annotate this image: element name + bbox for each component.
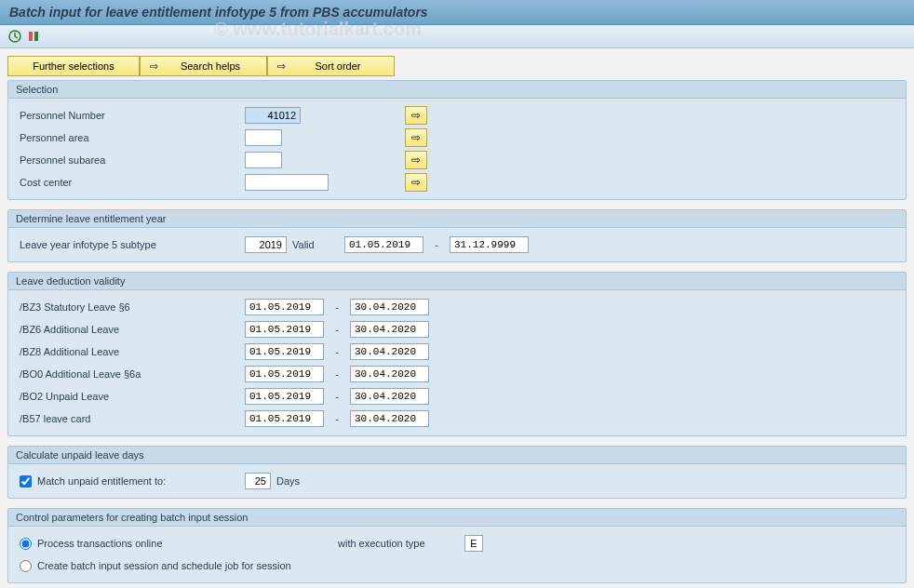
leave-deduction-row: /BZ6 Additional Leave-	[16, 318, 898, 341]
deduction-from-input[interactable]	[245, 410, 324, 427]
personnel-subarea-input[interactable]	[245, 152, 282, 168]
field-label: /BZ8 Additional Leave	[16, 346, 239, 357]
multiple-selection-button[interactable]: ⇨	[405, 151, 427, 169]
app-toolbar	[0, 25, 914, 48]
form-row-create-batch: Create batch input session and schedule …	[16, 555, 898, 577]
process-online-radio[interactable]	[20, 538, 32, 550]
arrow-right-icon: ⇨	[411, 131, 421, 144]
exec-type-label: with execution type	[338, 538, 459, 549]
further-selections-button[interactable]: Further selections	[7, 56, 140, 76]
days-label: Days	[276, 475, 300, 487]
form-row-personnel-area: Personnel area ⇨	[16, 127, 898, 149]
search-helps-button[interactable]: ⇨ Search helps	[140, 56, 267, 76]
deduction-to-input[interactable]	[350, 299, 429, 315]
valid-label: Valid	[292, 239, 339, 250]
leave-deduction-row: /BO2 Unpaid Leave-	[16, 385, 898, 408]
dash: -	[329, 324, 344, 335]
deduction-from-input[interactable]	[245, 343, 324, 360]
days-input[interactable]	[245, 473, 271, 489]
exec-type-input[interactable]	[464, 535, 483, 552]
panel-header: Control parameters for creating batch in…	[8, 509, 906, 527]
variant-icon[interactable]	[26, 29, 41, 44]
control-params-panel: Control parameters for creating batch in…	[7, 508, 907, 583]
form-row-cost-center: Cost center ⇨	[16, 171, 898, 194]
panel-header: Leave deduction validity	[8, 273, 906, 290]
field-label: Cost center	[16, 177, 239, 188]
arrow-right-icon: ⇨	[411, 109, 421, 122]
panel-header: Calculate unpaid leave days	[8, 447, 906, 464]
arrow-right-icon: ⇨	[411, 176, 421, 189]
field-label: Personnel subarea	[16, 154, 239, 166]
leave-year-input[interactable]	[245, 236, 287, 253]
multiple-selection-button[interactable]: ⇨	[405, 106, 427, 125]
radio-label: Process transactions online	[37, 538, 163, 549]
deduction-from-input[interactable]	[245, 299, 324, 315]
arrow-right-icon: ⇨	[277, 60, 286, 73]
field-label: /BZ3 Statutory Leave §6	[16, 301, 239, 313]
personnel-area-input[interactable]	[245, 129, 282, 146]
arrow-right-icon: ⇨	[150, 60, 158, 73]
svg-rect-2	[34, 32, 38, 41]
dash: -	[429, 239, 444, 250]
dash: -	[329, 368, 344, 380]
form-row-match-unpaid: Match unpaid entitlement to: Days	[16, 470, 898, 492]
multiple-selection-button[interactable]: ⇨	[405, 128, 427, 147]
field-label: /B57 leave card	[16, 413, 239, 424]
sort-order-button[interactable]: ⇨ Sort order	[267, 56, 395, 76]
valid-from-input[interactable]	[344, 236, 423, 253]
form-row-leave-year: Leave year infotype 5 subtype Valid -	[16, 234, 898, 256]
deduction-to-input[interactable]	[350, 410, 429, 427]
create-batch-radio[interactable]	[20, 560, 32, 572]
multiple-selection-button[interactable]: ⇨	[405, 173, 427, 192]
leave-deduction-row: /BZ3 Statutory Leave §6-	[16, 296, 898, 318]
deduction-from-input[interactable]	[245, 366, 324, 382]
determine-year-panel: Determine leave entitlement year Leave y…	[7, 209, 907, 262]
selection-panel: Selection Personnel Number ⇨ Personnel a…	[7, 80, 907, 200]
deduction-from-input[interactable]	[245, 388, 324, 405]
page-title: Batch input for leave entitlement infoty…	[9, 5, 905, 20]
dash: -	[329, 346, 344, 357]
cost-center-input[interactable]	[245, 174, 329, 191]
leave-deduction-row: /B57 leave card-	[16, 408, 898, 430]
form-row-process-online: Process transactions online with executi…	[16, 532, 898, 555]
dash: -	[329, 301, 344, 313]
deduction-to-input[interactable]	[350, 321, 429, 338]
dash: -	[329, 413, 344, 424]
leave-deduction-panel: Leave deduction validity /BZ3 Statutory …	[7, 272, 907, 436]
deduction-from-input[interactable]	[245, 321, 324, 338]
field-label: Personnel Number	[16, 110, 239, 121]
form-row-personnel-number: Personnel Number ⇨	[16, 104, 898, 127]
field-label: /BZ6 Additional Leave	[16, 324, 239, 335]
panel-header: Determine leave entitlement year	[8, 210, 906, 228]
content: Further selections ⇨ Search helps ⇨ Sort…	[0, 48, 914, 588]
deduction-to-input[interactable]	[350, 343, 429, 360]
deduction-to-input[interactable]	[350, 366, 429, 382]
personnel-number-input[interactable]	[245, 107, 301, 124]
leave-deduction-row: /BZ8 Additional Leave-	[16, 341, 898, 363]
radio-label: Create batch input session and schedule …	[37, 560, 291, 571]
panel-header: Selection	[8, 81, 906, 99]
selection-buttons: Further selections ⇨ Search helps ⇨ Sort…	[7, 56, 907, 76]
checkbox-label: Match unpaid entitlement to:	[37, 475, 166, 487]
field-label: /BO0 Additional Leave §6a	[16, 368, 239, 380]
field-label: /BO2 Unpaid Leave	[16, 391, 239, 402]
form-row-personnel-subarea: Personnel subarea ⇨	[16, 149, 898, 171]
execute-icon[interactable]	[7, 29, 22, 44]
title-bar: Batch input for leave entitlement infoty…	[0, 0, 914, 25]
arrow-right-icon: ⇨	[411, 154, 421, 167]
field-label: Leave year infotype 5 subtype	[16, 239, 239, 250]
valid-to-input[interactable]	[450, 236, 529, 253]
dash: -	[329, 391, 344, 402]
field-label: Personnel area	[16, 132, 239, 143]
svg-rect-1	[29, 32, 33, 41]
leave-deduction-row: /BO0 Additional Leave §6a-	[16, 363, 898, 385]
deduction-to-input[interactable]	[350, 388, 429, 405]
match-unpaid-checkbox[interactable]	[20, 475, 32, 488]
calculate-unpaid-panel: Calculate unpaid leave days Match unpaid…	[7, 446, 907, 499]
